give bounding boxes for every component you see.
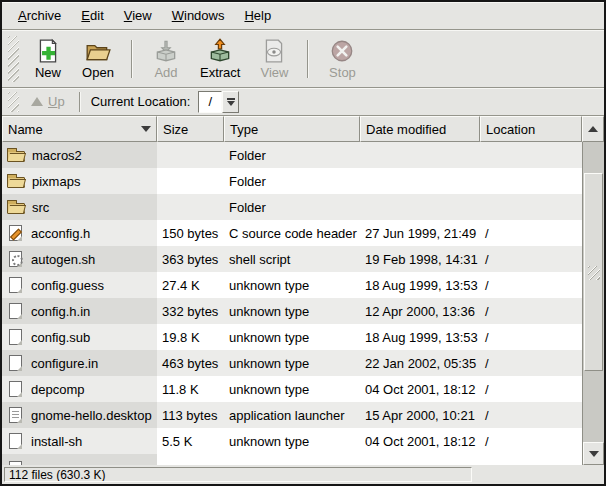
- folder-icon: [7, 177, 25, 188]
- scrollbar-thumb[interactable]: [584, 173, 603, 371]
- file-type: unknown type: [224, 350, 360, 376]
- file-type: unknown type: [224, 272, 360, 298]
- column-header-type[interactable]: Type: [224, 116, 360, 142]
- table-row[interactable]: gnome-hello.desktop 113 bytes applicatio…: [2, 402, 582, 428]
- file-type: application launcher: [224, 402, 360, 428]
- table-row[interactable]: configure.in 463 bytes unknown type 22 J…: [2, 350, 582, 376]
- file-location: /: [480, 402, 582, 428]
- column-label: Date modified: [366, 122, 446, 137]
- file-name: depcomp: [31, 382, 84, 397]
- table-row[interactable]: autogen.sh 363 bytes shell script 19 Feb…: [2, 246, 582, 272]
- toolbar-separator: [307, 40, 309, 78]
- extract-button[interactable]: Extract: [193, 35, 247, 83]
- menu-edit[interactable]: Edit: [71, 5, 113, 26]
- table-row[interactable]: config.sub 19.8 K unknown type 18 Aug 19…: [2, 324, 582, 350]
- open-archive-icon: [85, 38, 111, 64]
- scrollbar-grip-icon: [588, 266, 600, 280]
- file-size: 463 bytes: [157, 350, 224, 376]
- table-row[interactable]: src Folder: [2, 194, 582, 220]
- file-size: 150 bytes: [157, 220, 224, 246]
- file-size: 19.8 K: [157, 324, 224, 350]
- launcher-icon: [9, 407, 22, 423]
- file-type: Folder: [224, 194, 360, 220]
- table-row[interactable]: depcomp 11.8 K unknown type 04 Oct 2001,…: [2, 376, 582, 402]
- column-header-size[interactable]: Size: [157, 116, 224, 142]
- table-row[interactable]: config.guess 27.4 K unknown type 18 Aug …: [2, 272, 582, 298]
- file-type: shell script: [224, 246, 360, 272]
- menu-windows[interactable]: Windows: [162, 5, 235, 26]
- toolbar-separator: [131, 40, 133, 78]
- file-date: 22 Jan 2002, 05:35: [360, 350, 480, 376]
- table-row[interactable]: pixmaps Folder: [2, 168, 582, 194]
- file-location: /: [480, 428, 582, 454]
- column-label: Type: [230, 122, 258, 137]
- add-button: Add: [143, 35, 189, 83]
- file-name: config.sub: [31, 330, 90, 345]
- folder-icon: [7, 203, 25, 214]
- new-button[interactable]: New: [25, 35, 71, 83]
- menu-view[interactable]: View: [114, 5, 162, 26]
- file-size: 332 bytes: [157, 298, 224, 324]
- location-value[interactable]: /: [198, 91, 222, 113]
- status-text: 112 files (630.3 K): [4, 467, 472, 482]
- file-location: /: [480, 376, 582, 402]
- file-size: [157, 194, 224, 220]
- menu-archive[interactable]: Archive: [8, 5, 71, 26]
- scroll-up-button[interactable]: [582, 116, 604, 142]
- file-size: 27.4 K: [157, 272, 224, 298]
- file-size: 5.5 K: [157, 428, 224, 454]
- table-row[interactable]: install-sh 5.5 K unknown type 04 Oct 200…: [2, 428, 582, 454]
- file-roller-window: Archive Edit View Windows Help New Open: [0, 0, 606, 486]
- chevron-down-icon: [227, 101, 235, 106]
- file-date: 18 Aug 1999, 13:53: [360, 324, 480, 350]
- table-row[interactable]: config.h.in 332 bytes unknown type 12 Ap…: [2, 298, 582, 324]
- up-button: Up: [23, 92, 73, 111]
- file-location: /: [480, 220, 582, 246]
- vertical-scrollbar[interactable]: [582, 142, 604, 465]
- add-files-icon: [153, 38, 179, 64]
- stop-button-label: Stop: [329, 65, 356, 80]
- file-icon: [9, 355, 22, 371]
- open-button[interactable]: Open: [75, 35, 121, 83]
- table-row[interactable]: acconfig.h 150 bytes C source code heade…: [2, 220, 582, 246]
- view-file-icon: [261, 38, 287, 64]
- new-archive-icon: [35, 38, 61, 64]
- script-icon: [9, 251, 22, 267]
- file-date: [360, 168, 480, 194]
- column-label: Size: [163, 122, 188, 137]
- menu-help[interactable]: Help: [234, 5, 281, 26]
- column-header-location[interactable]: Location: [480, 116, 582, 142]
- file-name: gnome-hello.desktop: [31, 408, 152, 423]
- column-header-date-modified[interactable]: Date modified: [360, 116, 480, 142]
- file-date: 04 Oct 2001, 18:12: [360, 376, 480, 402]
- file-location: /: [480, 272, 582, 298]
- location-dropdown-button[interactable]: [222, 91, 239, 113]
- up-arrow-icon: [31, 97, 43, 106]
- scroll-down-button[interactable]: [583, 442, 604, 465]
- file-type: C source code header: [224, 220, 360, 246]
- add-button-label: Add: [154, 65, 177, 80]
- view-button: View: [251, 35, 297, 83]
- new-button-label: New: [35, 65, 61, 80]
- column-header-name[interactable]: Name: [2, 116, 157, 142]
- stop-button: Stop: [319, 35, 365, 83]
- file-date: 18 Aug 1999, 13:53: [360, 272, 480, 298]
- file-icon: [9, 303, 22, 319]
- column-label: Name: [8, 122, 43, 137]
- open-button-label: Open: [82, 65, 114, 80]
- file-icon: [9, 329, 22, 345]
- table-row[interactable]: macros2 Folder: [2, 142, 582, 168]
- view-button-label: View: [260, 65, 288, 80]
- statusbar: 112 files (630.3 K): [2, 465, 604, 484]
- file-name: configure.in: [31, 356, 98, 371]
- toolbar-drag-handle[interactable]: [8, 36, 19, 82]
- menubar: Archive Edit View Windows Help: [2, 2, 604, 30]
- file-name: config.h.in: [31, 304, 90, 319]
- file-date: [360, 142, 480, 168]
- table-row-partial: [2, 454, 582, 465]
- file-size: 363 bytes: [157, 246, 224, 272]
- up-button-label: Up: [48, 94, 65, 109]
- scroll-down-icon: [589, 451, 599, 457]
- location-combo: /: [198, 91, 239, 113]
- location-bar-drag-handle[interactable]: [8, 92, 19, 112]
